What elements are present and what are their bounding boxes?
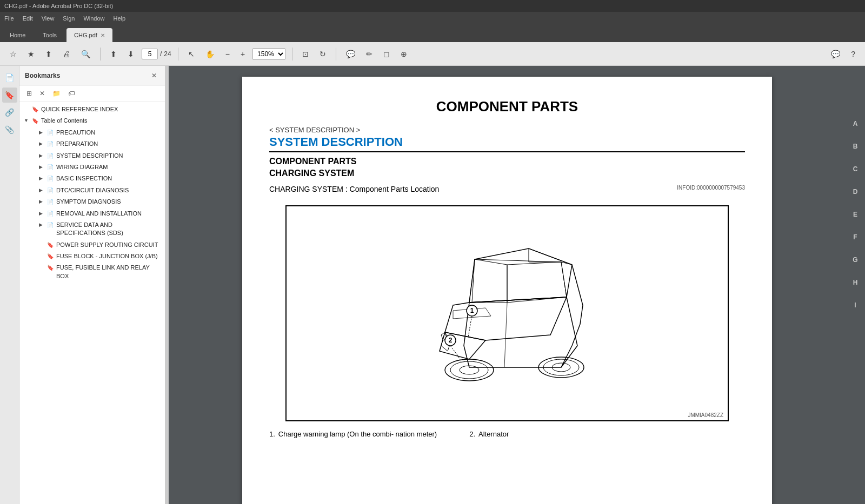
arrow-precaution: ▶ xyxy=(39,129,45,136)
index-h[interactable]: H xyxy=(853,279,858,286)
icon-preparation: 📄 xyxy=(47,140,55,148)
bookmark-fuse-block[interactable]: 🔖 FUSE BLOCK - JUNCTION BOX (J/B) xyxy=(30,251,165,262)
delete-bookmark-btn[interactable]: ✕ xyxy=(37,88,48,99)
star-btn[interactable]: ★ xyxy=(24,48,38,61)
menu-window[interactable]: Window xyxy=(83,15,104,22)
tab-chg-pdf[interactable]: CHG.pdf ✕ xyxy=(66,28,112,42)
index-f[interactable]: F xyxy=(853,233,857,241)
page-navigation: / 24 xyxy=(142,49,171,59)
tab-close-button[interactable]: ✕ xyxy=(101,32,105,38)
zoom-out-btn[interactable]: − xyxy=(222,48,233,61)
bookmark-quick-ref[interactable]: 🔖 QUICK REFERENCE INDEX xyxy=(19,104,165,115)
bookmark-system-desc[interactable]: ▶ 📄 SYSTEM DESCRIPTION xyxy=(30,150,165,162)
pdf-infoid: INFOID:0000000007579453 xyxy=(677,185,745,191)
side-icons-panel: 📄 🔖 🔗 📎 xyxy=(0,66,19,504)
tab-bar: Home Tools CHG.pdf ✕ xyxy=(0,25,865,42)
menu-help[interactable]: Help xyxy=(114,15,126,22)
fit-page-btn[interactable]: ⊡ xyxy=(299,48,312,61)
bookmark-dtc[interactable]: ▶ 📄 DTC/CIRCUIT DIAGNOSIS xyxy=(30,185,165,196)
add-bookmark-btn[interactable]: 📁 xyxy=(50,88,63,99)
arrow-removal: ▶ xyxy=(39,210,45,217)
svg-text:2: 2 xyxy=(449,337,453,344)
bookmark-basic-inspect[interactable]: ▶ 📄 BASIC INSPECTION xyxy=(30,173,165,184)
toolbar-right: 💬 ? xyxy=(828,48,859,61)
index-g[interactable]: G xyxy=(853,256,857,264)
stamp-tool-btn[interactable]: ⊕ xyxy=(397,48,410,61)
label-service: SERVICE DATA AND SPECIFICATIONS (SDS) xyxy=(56,221,161,238)
highlight-tool-btn[interactable]: ◻ xyxy=(380,48,393,61)
arrow-basic: ▶ xyxy=(39,175,45,182)
bookmark-symptom[interactable]: ▶ 📄 SYMPTOM DIAGNOSIS xyxy=(30,196,165,207)
bookmark-service-data[interactable]: ▶ 📄 SERVICE DATA AND SPECIFICATIONS (SDS… xyxy=(30,219,165,239)
nav-next-page-btn[interactable]: ⬇ xyxy=(124,48,137,61)
upload-btn[interactable]: ⬆ xyxy=(42,48,55,61)
side-icon-bookmarks[interactable]: 🔖 xyxy=(2,88,17,103)
bookmark-toc[interactable]: ▼ 🔖 Table of Contents xyxy=(19,115,165,126)
chat-btn[interactable]: 💬 xyxy=(828,48,843,61)
pan-tool-btn[interactable]: ✋ xyxy=(202,48,218,61)
part-1-num: 1. xyxy=(269,430,275,438)
pdf-diagram-caption: JMMIA0482ZZ xyxy=(688,412,723,418)
bookmark-precaution[interactable]: ▶ 📄 PRECAUTION xyxy=(30,127,165,138)
nav-prev-page-btn[interactable]: ⬆ xyxy=(107,48,120,61)
search-btn[interactable]: 🔍 xyxy=(78,48,94,61)
index-c[interactable]: C xyxy=(853,165,858,173)
label-fuse-block: FUSE BLOCK - JUNCTION BOX (J/B) xyxy=(56,252,161,260)
separator-1 xyxy=(100,48,101,61)
index-d[interactable]: D xyxy=(853,188,858,196)
pdf-viewer[interactable]: COMPONENT PARTS < SYSTEM DESCRIPTION > S… xyxy=(169,66,846,504)
svg-line-13 xyxy=(458,357,461,362)
bookmark-btn[interactable]: ☆ xyxy=(6,48,20,61)
zoom-in-btn[interactable]: + xyxy=(237,48,248,61)
side-icon-attach[interactable]: 📎 xyxy=(2,122,17,137)
label-basic: BASIC INSPECTION xyxy=(56,174,161,183)
arrow-symptom: ▶ xyxy=(39,198,45,205)
expand-all-btn[interactable]: ⊞ xyxy=(24,88,35,99)
help-btn[interactable]: ? xyxy=(848,48,859,61)
pdf-main-heading: COMPONENT PARTS xyxy=(269,98,745,115)
bookmark-power-supply[interactable]: 🔖 POWER SUPPLY ROUTING CIRCUIT xyxy=(30,239,165,251)
tag-bookmark-btn[interactable]: 🏷 xyxy=(65,88,77,99)
menu-view[interactable]: View xyxy=(42,15,55,22)
tab-tools[interactable]: Tools xyxy=(35,28,64,42)
bookmark-fuse-link[interactable]: 🔖 FUSE, FUSIBLE LINK AND RELAY BOX xyxy=(30,262,165,282)
rotate-btn[interactable]: ↻ xyxy=(316,48,329,61)
bookmarks-close-btn[interactable]: ✕ xyxy=(149,70,159,81)
menu-edit[interactable]: Edit xyxy=(23,15,33,22)
pencil-tool-btn[interactable]: ✏ xyxy=(363,48,376,61)
index-e[interactable]: E xyxy=(853,211,857,218)
zoom-select[interactable]: 50% 75% 100% 125% 150% 175% 200% xyxy=(252,48,285,60)
bookmark-preparation[interactable]: ▶ 📄 PREPARATION xyxy=(30,138,165,150)
menu-sign[interactable]: Sign xyxy=(63,15,75,22)
label-symptom: SYMPTOM DIAGNOSIS xyxy=(56,198,161,206)
comment-tool-btn[interactable]: 💬 xyxy=(343,48,358,61)
title-text: CHG.pdf - Adobe Acrobat Pro DC (32-bit) xyxy=(4,3,113,9)
index-i[interactable]: I xyxy=(854,301,856,309)
icon-system-desc: 📄 xyxy=(47,152,55,160)
icon-quick-ref: 🔖 xyxy=(32,106,39,113)
tab-home[interactable]: Home xyxy=(2,28,33,42)
bookmarks-panel: Bookmarks ✕ ⊞ ✕ 📁 🏷 🔖 QUICK REFERENCE IN… xyxy=(19,66,165,504)
label-power: POWER SUPPLY ROUTING CIRCUIT xyxy=(56,241,161,249)
index-b[interactable]: B xyxy=(853,143,858,150)
menu-file[interactable]: File xyxy=(4,15,14,22)
label-wiring: WIRING DIAGRAM xyxy=(56,163,161,171)
bookmark-removal[interactable]: ▶ 📄 REMOVAL AND INSTALLATION xyxy=(30,208,165,219)
page-number-input[interactable] xyxy=(142,49,158,59)
print-btn[interactable]: 🖨 xyxy=(59,48,74,61)
arrow-dtc: ▶ xyxy=(39,187,45,194)
icon-removal: 📄 xyxy=(47,210,55,218)
side-icon-page[interactable]: 📄 xyxy=(2,70,17,85)
index-a[interactable]: A xyxy=(853,120,858,127)
pdf-sub-heading1: COMPONENT PARTS xyxy=(269,157,745,166)
part-2-desc: Alternator xyxy=(478,430,509,438)
bookmark-wiring[interactable]: ▶ 📄 WIRING DIAGRAM xyxy=(30,162,165,173)
side-icon-links[interactable]: 🔗 xyxy=(2,105,17,120)
pdf-page: COMPONENT PARTS < SYSTEM DESCRIPTION > S… xyxy=(242,77,772,504)
icon-symptom: 📄 xyxy=(47,198,55,206)
pdf-blue-heading: SYSTEM DESCRIPTION xyxy=(269,135,745,152)
select-tool-btn[interactable]: ↖ xyxy=(185,48,198,61)
part-1-desc: Charge warning lamp (On the combi- natio… xyxy=(278,430,437,438)
icon-precaution: 📄 xyxy=(47,129,55,137)
bookmarks-header: Bookmarks ✕ xyxy=(19,66,165,86)
